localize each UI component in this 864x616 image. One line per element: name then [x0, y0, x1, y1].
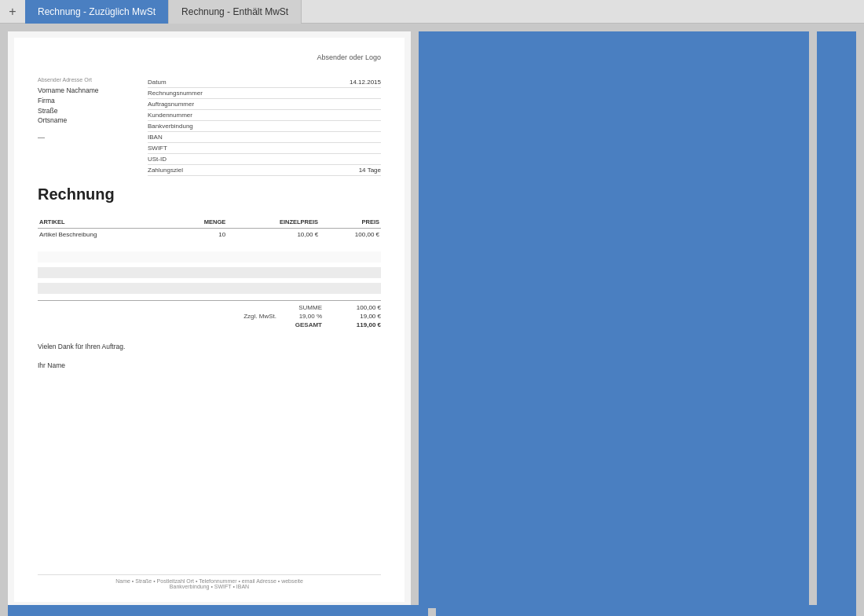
meta-row-bankverbindung: Bankverbindung: [148, 121, 381, 132]
address-name: Vorname Nachname: [38, 86, 140, 96]
meta-label-auftragsnummer: Auftragsnummer: [148, 101, 381, 108]
meta-label-zahlungsziel: Zahlungsziel: [148, 167, 359, 174]
meta-label-ustid: USt-ID: [148, 156, 381, 163]
meta-label-swift: SWIFT: [148, 145, 381, 152]
summe-value: 100,00 €: [338, 304, 381, 311]
gesamt-label: GESAMT: [259, 321, 322, 328]
invoice-meta-block: Datum 14.12.2015 Rechnungsnummer Auftrag…: [148, 77, 381, 176]
meta-row-kundennummer: Kundennummer: [148, 110, 381, 121]
cell-menge: 10: [172, 229, 227, 241]
tab-rechnung-enthaelt[interactable]: Rechnung - Enthält MwSt: [169, 0, 302, 24]
meta-row-auftragsnummer: Auftragsnummer: [148, 99, 381, 110]
meta-label-datum: Datum: [148, 79, 350, 86]
totals-section: SUMME 100,00 € Zzgl. MwSt. 19,00 % 19,00…: [38, 300, 381, 328]
invoice-title: Rechnung: [38, 185, 381, 204]
meta-row-zahlungsziel: Zahlungsziel 14 Tage: [148, 165, 381, 176]
tab-bar: + Rechnung - Zuzüglich MwSt Rechnung - E…: [0, 0, 864, 24]
total-row-summe: SUMME 100,00 €: [38, 304, 381, 311]
invoice-address-block: Absender Adresse Ort Vorname Nachname Fi…: [38, 77, 140, 176]
total-row-gesamt: GESAMT 119,00 €: [38, 321, 381, 328]
summe-label: SUMME: [259, 304, 322, 311]
address-firma: Firma: [38, 96, 140, 106]
empty-row-2: [38, 251, 381, 262]
tab-rechnung-zuzueglich[interactable]: Rechnung - Zuzüglich MwSt: [25, 0, 169, 24]
mwst-value: 19,00 €: [338, 313, 381, 320]
address-hint: Absender Adresse Ort: [38, 77, 140, 82]
footer-line2: Bankverbindung • SWIFT • IBAN: [38, 584, 381, 589]
blue-panel-center: [419, 31, 809, 608]
invoice-document-panel: Absender oder Logo Absender Adresse Ort …: [8, 31, 411, 608]
bottom-strip: [0, 605, 864, 616]
meta-label-rechnungsnummer: Rechnungsnummer: [148, 90, 381, 97]
sender-logo-text: Absender oder Logo: [317, 53, 381, 61]
thank-you-text: Vielen Dank für Ihren Auftrag.: [38, 343, 381, 350]
meta-row-iban: IBAN: [148, 132, 381, 143]
mwst-prefix: Zzgl. MwSt.: [243, 313, 276, 320]
invoice-sender-logo: Absender oder Logo: [38, 53, 381, 61]
invoice-container: Absender oder Logo Absender Adresse Ort …: [14, 38, 405, 602]
address-ort: Ortsname: [38, 116, 140, 126]
col-header-preis: PREIS: [320, 216, 381, 229]
empty-row-3: [38, 267, 381, 278]
cell-preis: 100,00 €: [320, 229, 381, 241]
tab-label-2: Rechnung - Enthält MwSt: [181, 6, 288, 17]
col-header-artikel: ARTIKEL: [38, 216, 172, 229]
add-tab-button[interactable]: +: [3, 2, 22, 21]
items-table: ARTIKEL MENGE EINZELPREIS PREIS Artikel …: [38, 216, 381, 294]
col-header-einzelpreis: EINZELPREIS: [227, 216, 320, 229]
empty-row-4: [38, 283, 381, 294]
gesamt-value: 119,00 €: [338, 321, 381, 328]
signature-name: Ihr Name: [38, 361, 381, 369]
empty-row-1: [38, 240, 381, 251]
plus-icon: +: [9, 5, 16, 19]
bottom-panel-right: [436, 605, 856, 616]
mwst-percent: 19,00 %: [283, 313, 322, 320]
meta-row-rechnungsnummer: Rechnungsnummer: [148, 88, 381, 99]
meta-value-zahlungsziel: 14 Tage: [359, 167, 381, 174]
cell-einzelpreis: 10,00 €: [227, 229, 320, 241]
footer-line1: Name • Straße • Postleitzahl Ort • Telef…: [38, 578, 381, 584]
meta-label-kundennummer: Kundennummer: [148, 112, 381, 119]
meta-value-datum: 14.12.2015: [350, 79, 381, 86]
meta-row-ustid: USt-ID: [148, 154, 381, 165]
mwst-row: Zzgl. MwSt. 19,00 % 19,00 €: [38, 313, 381, 320]
main-area: Absender oder Logo Absender Adresse Ort …: [0, 24, 864, 616]
meta-label-bankverbindung: Bankverbindung: [148, 123, 381, 130]
bottom-panel-left: [8, 605, 428, 616]
meta-label-iban: IBAN: [148, 134, 381, 141]
tab-label-1: Rechnung - Zuzüglich MwSt: [38, 6, 156, 17]
invoice-body: Absender Adresse Ort Vorname Nachname Fi…: [38, 77, 381, 176]
col-header-menge: MENGE: [172, 216, 227, 229]
address-strasse: Straße: [38, 106, 140, 116]
meta-row-swift: SWIFT: [148, 143, 381, 154]
meta-row-datum: Datum 14.12.2015: [148, 77, 381, 88]
cell-artikel: Artikel Beschreibung: [38, 229, 172, 241]
right-sidebar: [817, 31, 856, 608]
table-row: Artikel Beschreibung 10 10,00 € 100,00 €: [38, 229, 381, 241]
invoice-footer: Name • Straße • Postleitzahl Ort • Telef…: [38, 574, 381, 589]
